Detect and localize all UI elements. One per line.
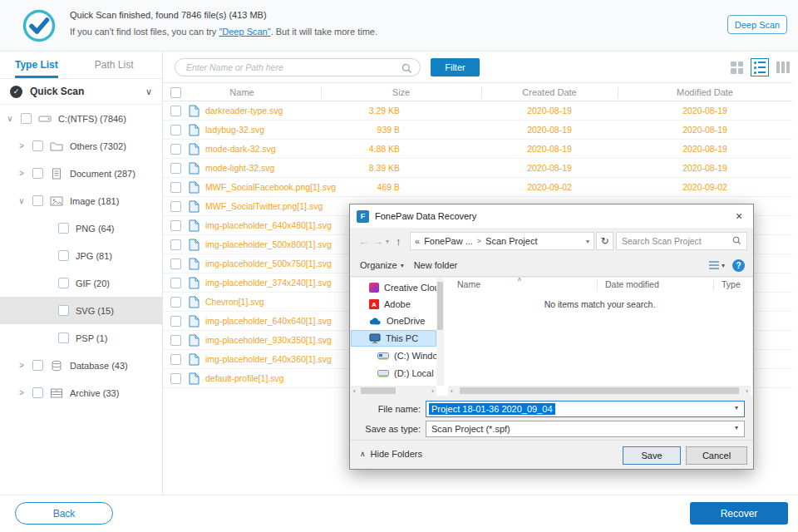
tree-item-svg[interactable]: SVG (15) xyxy=(0,297,162,324)
column-header-size[interactable]: Size xyxy=(321,83,481,101)
scroll-left-icon[interactable]: ‹ xyxy=(353,387,356,395)
nav-item-onedrive[interactable]: OneDrive xyxy=(351,313,436,329)
checkbox[interactable] xyxy=(170,373,181,384)
help-icon[interactable]: ? xyxy=(732,259,745,272)
change-view-button[interactable]: ▾ xyxy=(709,261,725,269)
breadcrumb-parent[interactable]: FonePaw ... xyxy=(424,236,473,246)
dialog-search-box[interactable]: Search Scan Project xyxy=(616,232,747,250)
checkbox[interactable] xyxy=(58,278,69,288)
column-header-created[interactable]: Created Date xyxy=(481,83,618,101)
hide-folders-button[interactable]: ∧ Hide Folders xyxy=(360,449,422,459)
deep-scan-link[interactable]: "Deep Scan" xyxy=(219,27,270,37)
address-bar[interactable]: « FonePaw ... > Scan Project ▾ xyxy=(410,232,594,250)
nav-item-adobe[interactable]: AAdobe xyxy=(351,296,436,313)
detail-view-icon[interactable] xyxy=(776,62,790,73)
file-area-horizontal-scrollbar[interactable]: ‹ › xyxy=(448,386,751,396)
close-icon[interactable]: × xyxy=(725,204,753,228)
tree-item-document[interactable]: > Document (287) xyxy=(0,160,162,187)
file-row[interactable]: mode-dark-32.svg4.88 KB2020-08-192020-08… xyxy=(163,140,792,159)
file-name-input[interactable]: Project 18-01-36 2020_09_04 ▾ xyxy=(426,401,745,417)
checkbox[interactable] xyxy=(170,163,181,174)
file-row[interactable]: mode-light-32.svg8.39 KB2020-08-192020-0… xyxy=(163,159,792,178)
tree-item-gif[interactable]: GIF (20) xyxy=(0,269,162,297)
checkbox[interactable] xyxy=(170,220,181,231)
checkbox[interactable] xyxy=(58,332,69,343)
back-icon[interactable]: ← xyxy=(358,235,369,248)
history-dropdown-icon[interactable]: ▾ xyxy=(386,238,389,245)
checkbox[interactable] xyxy=(170,316,181,327)
file-row[interactable]: MWF_SocialFacebook.png[1].svg469 B2020-0… xyxy=(163,178,792,197)
save-as-type-select[interactable]: Scan Project (*.spf) ▾ xyxy=(426,421,745,437)
file-row[interactable]: ladybug-32.svg939 B2020-08-192020-08-19 xyxy=(163,121,792,140)
tree-item-png[interactable]: PNG (64) xyxy=(0,214,162,242)
checkbox[interactable] xyxy=(32,387,43,398)
chevron-right-icon[interactable]: > xyxy=(17,388,27,397)
tree-item-c-drive[interactable]: ∨ C:(NTFS) (7846) xyxy=(0,105,162,132)
scroll-right-icon[interactable]: › xyxy=(431,387,434,395)
search-input[interactable] xyxy=(186,60,396,75)
checkbox[interactable] xyxy=(32,168,43,179)
checkbox[interactable] xyxy=(58,223,69,234)
checkbox[interactable] xyxy=(170,106,181,116)
checkbox[interactable] xyxy=(21,113,32,124)
tab-path-list[interactable]: Path List xyxy=(95,52,134,78)
chevron-down-icon[interactable]: ∨ xyxy=(17,196,27,205)
nav-item-c-drive[interactable]: (C:) Windows 10 xyxy=(351,347,436,364)
chevron-right-icon[interactable]: > xyxy=(17,141,27,150)
chevron-down-icon[interactable]: ∨ xyxy=(145,86,152,97)
quick-scan-header[interactable]: ✓ Quick Scan ∨ xyxy=(0,79,162,105)
scrollbar-thumb[interactable] xyxy=(361,387,396,394)
chevron-down-icon[interactable]: ∨ xyxy=(5,114,15,123)
checkbox[interactable] xyxy=(58,305,69,316)
tree-item-psp[interactable]: PSP (1) xyxy=(0,324,162,352)
nav-item-this-pc[interactable]: This PC xyxy=(351,330,436,347)
tree-item-archive[interactable]: > Archive (33) xyxy=(0,379,162,406)
scrollbar-thumb[interactable] xyxy=(437,282,443,330)
dialog-titlebar[interactable]: F FonePaw Data Recovery × xyxy=(350,204,753,228)
checkbox[interactable] xyxy=(32,195,43,206)
checkbox[interactable] xyxy=(170,278,181,288)
save-button[interactable]: Save xyxy=(623,446,681,465)
checkbox[interactable] xyxy=(170,201,181,212)
checkbox[interactable] xyxy=(170,239,181,250)
checkbox[interactable] xyxy=(58,250,69,261)
sort-ascending-icon[interactable]: ∧ xyxy=(517,278,522,283)
cancel-button[interactable]: Cancel xyxy=(686,446,747,465)
tree-item-database[interactable]: > Database (43) xyxy=(0,352,162,379)
forward-icon[interactable]: → xyxy=(372,235,383,248)
breadcrumb-overflow-icon[interactable]: « xyxy=(415,236,420,246)
back-button[interactable]: Back xyxy=(15,502,113,525)
column-header-modified[interactable]: Modified Date xyxy=(618,83,792,101)
grid-view-icon[interactable] xyxy=(731,62,743,74)
deep-scan-button[interactable]: Deep Scan xyxy=(727,15,787,34)
tree-item-image[interactable]: ∨ Image (181) xyxy=(0,187,162,214)
checkbox[interactable] xyxy=(170,259,181,269)
dialog-column-date-modified[interactable]: Date modified xyxy=(605,279,659,289)
dialog-column-type[interactable]: Type xyxy=(722,279,741,289)
address-dropdown-icon[interactable]: ▾ xyxy=(586,238,589,245)
tree-item-jpg[interactable]: JPG (81) xyxy=(0,242,162,269)
nav-item-d-drive[interactable]: (D:) Local Disk xyxy=(351,365,436,382)
refresh-button[interactable]: ↻ xyxy=(596,232,613,250)
scrollbar-thumb[interactable] xyxy=(460,387,739,394)
search-box[interactable] xyxy=(175,58,421,76)
new-folder-button[interactable]: New folder xyxy=(414,260,458,270)
up-icon[interactable]: ↑ xyxy=(396,235,401,248)
checkbox[interactable] xyxy=(170,144,181,155)
dialog-column-name[interactable]: Name xyxy=(457,279,480,289)
checkbox[interactable] xyxy=(32,360,43,371)
search-icon[interactable] xyxy=(401,62,412,77)
nav-item-creative-cloud[interactable]: Creative Cloud Fil xyxy=(351,279,436,296)
checkbox[interactable] xyxy=(32,140,43,151)
tab-type-list[interactable]: Type List xyxy=(15,52,58,78)
organize-menu[interactable]: Organize▾ xyxy=(360,260,404,270)
chevron-down-icon[interactable]: ▾ xyxy=(731,404,742,411)
checkbox[interactable] xyxy=(170,182,181,193)
column-header-name[interactable]: Name xyxy=(163,83,321,101)
scroll-right-icon[interactable]: › xyxy=(746,387,748,395)
checkbox[interactable] xyxy=(170,335,181,346)
chevron-right-icon[interactable]: > xyxy=(17,361,27,370)
checkbox[interactable] xyxy=(170,354,181,365)
filter-button[interactable]: Filter xyxy=(431,58,480,76)
checkbox[interactable] xyxy=(170,125,181,135)
